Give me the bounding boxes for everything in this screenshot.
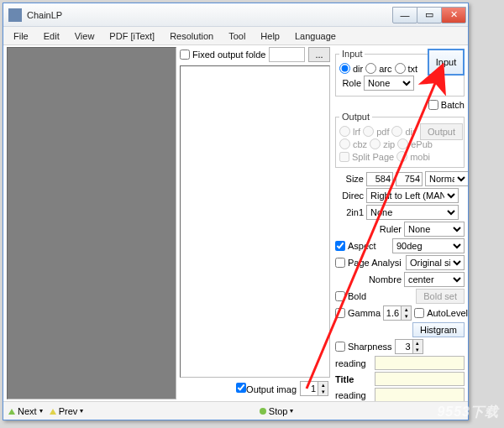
browse-button[interactable]: ...: [308, 47, 330, 62]
fixed-output-checkbox[interactable]: Fixed output folde: [180, 50, 265, 60]
fixed-output-path[interactable]: [269, 47, 305, 62]
app-window: ChainLP — ▭ ✕ File Edit View PDF [iText]…: [3, 3, 469, 420]
title-field[interactable]: [375, 372, 465, 386]
output-image-checkbox[interactable]: Output imag: [236, 383, 297, 394]
aspect-checkbox[interactable]: Aspect: [335, 241, 376, 251]
input-arc-radio[interactable]: arc: [365, 63, 391, 74]
direc-select[interactable]: Right to Left (MANGA): [366, 188, 459, 203]
reading2-field[interactable]: [375, 388, 465, 401]
output-group: Output lrf pdf dir Output cbz zip ePub S…: [335, 112, 465, 168]
nombre-label: Nombre: [369, 274, 402, 284]
middle-pane: Fixed output folde ... Output imag ▴▾: [176, 45, 333, 401]
titlebar[interactable]: ChainLP — ▭ ✕: [3, 3, 468, 27]
gamma-checkbox[interactable]: Gamma: [335, 308, 381, 318]
menu-edit[interactable]: Edit: [37, 29, 66, 43]
right-panel: Input Input dir arc txt Role None Batch …: [333, 45, 468, 401]
twoin1-label: 2in1: [335, 207, 364, 217]
next-pager[interactable]: Next▾: [8, 406, 43, 416]
input-dir-radio[interactable]: dir: [339, 63, 363, 74]
menu-pdf[interactable]: PDF [iText]: [102, 29, 161, 43]
input-button[interactable]: Input: [428, 49, 465, 76]
page-analysis-checkbox[interactable]: Page Analysi: [335, 258, 402, 268]
ruler-select[interactable]: None: [404, 222, 465, 237]
role-label: Role: [339, 78, 361, 88]
output-button: Output: [420, 123, 463, 140]
menu-view[interactable]: View: [68, 29, 102, 43]
window-title: ChainLP: [27, 10, 393, 20]
nombre-select[interactable]: center: [404, 272, 465, 287]
menu-file[interactable]: File: [7, 29, 35, 43]
reading1-label: reading: [335, 358, 372, 368]
input-txt-radio[interactable]: txt: [395, 63, 418, 74]
stop-pager[interactable]: Stop▾: [260, 406, 294, 416]
size-mode-select[interactable]: Normal: [425, 171, 468, 186]
page-analysis-select[interactable]: Original size: [406, 255, 465, 270]
input-legend: Input: [339, 49, 365, 59]
close-button[interactable]: ✕: [441, 7, 466, 23]
reading1-field[interactable]: [375, 356, 465, 370]
menu-help[interactable]: Help: [254, 29, 286, 43]
menu-tool[interactable]: Tool: [222, 29, 252, 43]
gamma-value[interactable]: ▴▾: [383, 305, 412, 321]
size-label: Size: [335, 174, 364, 184]
role-select[interactable]: None: [364, 76, 414, 91]
aspect-select[interactable]: 90deg: [392, 238, 465, 253]
output-legend: Output: [339, 112, 372, 122]
sharpness-value[interactable]: ▴▾: [395, 339, 423, 354]
content-area: Fixed output folde ... Output imag ▴▾ In…: [3, 45, 468, 401]
app-icon: [8, 8, 22, 22]
bold-checkbox[interactable]: Bold: [335, 291, 366, 301]
title-label: Title: [335, 374, 372, 384]
statusbar: Next▾ Prev▾ Stop▾: [3, 401, 468, 420]
batch-checkbox[interactable]: Batch: [428, 100, 465, 110]
size-height[interactable]: [396, 172, 423, 186]
sharpness-checkbox[interactable]: Sharpness: [335, 342, 392, 352]
prev-pager[interactable]: Prev▾: [50, 406, 84, 416]
histgram-button[interactable]: Histgram: [412, 322, 465, 337]
bold-set-button: Bold set: [416, 289, 465, 304]
direc-label: Direc: [335, 191, 364, 201]
output-image-index[interactable]: ▴▾: [300, 381, 328, 396]
thumbnail-list[interactable]: [7, 47, 176, 399]
maximize-button[interactable]: ▭: [417, 7, 442, 23]
menu-resolution[interactable]: Resolution: [163, 29, 220, 43]
minimize-button[interactable]: —: [392, 7, 417, 23]
menu-language[interactable]: Language: [288, 29, 343, 43]
reading2-label: reading: [335, 390, 372, 400]
watermark: 9553下载: [437, 404, 499, 421]
size-width[interactable]: [366, 172, 393, 186]
preview-area: [180, 65, 330, 378]
autolevel-checkbox[interactable]: AutoLevel: [414, 308, 468, 318]
ruler-label: Ruler: [380, 224, 402, 234]
twoin1-select[interactable]: None: [366, 205, 459, 220]
menubar: File Edit View PDF [iText] Resolution To…: [3, 27, 468, 45]
